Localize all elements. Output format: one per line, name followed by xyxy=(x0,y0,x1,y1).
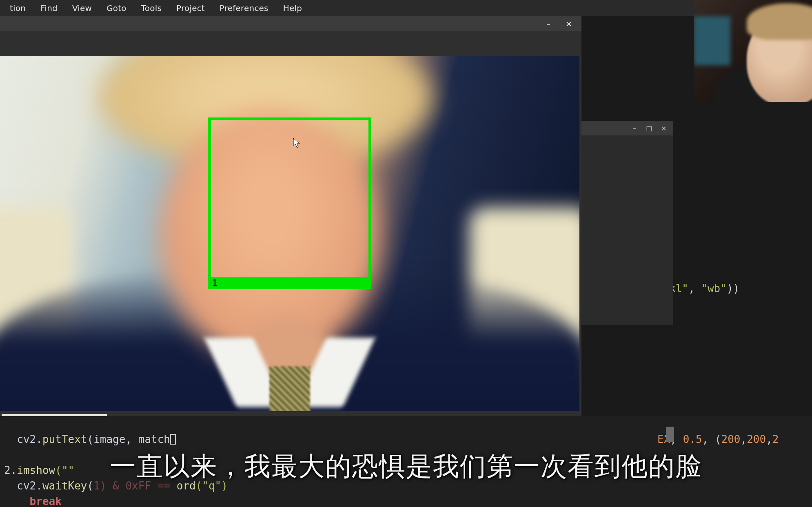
detection-label: 1 xyxy=(208,277,371,289)
code-right-snippet: kl", "wb")) xyxy=(669,281,739,296)
photo-tie xyxy=(269,366,310,411)
code-line-3: cv2.waitKey(1) & 0xFF == ord("q") xyxy=(4,480,228,492)
close-icon[interactable]: × xyxy=(564,19,573,28)
maximize-icon[interactable]: □ xyxy=(646,124,653,132)
menu-item[interactable]: tion xyxy=(2,2,33,15)
menu-item-view[interactable]: View xyxy=(65,2,99,15)
minimize-icon[interactable]: – xyxy=(631,124,638,132)
text-cursor xyxy=(170,434,176,445)
menu-item-goto[interactable]: Goto xyxy=(99,2,134,15)
close-icon[interactable]: × xyxy=(660,124,668,132)
code-line-4: break xyxy=(4,495,62,507)
menu-item-tools[interactable]: Tools xyxy=(134,2,169,15)
imshow-titlebar[interactable]: – × xyxy=(0,16,581,31)
minimize-icon[interactable]: – xyxy=(544,19,553,28)
imshow-window: – × 1 (122) ~ R:136 G:95 B:104 xyxy=(0,16,581,425)
menu-item-project[interactable]: Project xyxy=(169,2,212,15)
detection-box: 1 xyxy=(208,117,371,289)
menu-item-help[interactable]: Help xyxy=(276,2,309,15)
menu-item-preferences[interactable]: Preferences xyxy=(212,2,276,15)
code-line-2: 2.imshow("" xyxy=(4,464,74,476)
code-editor[interactable]: cv2.putText(image, matchEX, 0.5, (200,20… xyxy=(0,416,812,507)
webcam-bg xyxy=(694,16,730,65)
imshow-canvas: 1 xyxy=(0,56,579,411)
code-line-1: cv2.putText(image, matchEX, 0.5, (200,20… xyxy=(4,433,779,445)
webcam-person-hair xyxy=(747,3,812,40)
menu-item-find[interactable]: Find xyxy=(33,2,65,15)
scrollbar-thumb[interactable] xyxy=(666,427,674,442)
code-line-blank xyxy=(4,449,11,461)
menu-bar: tion Find View Goto Tools Project Prefer… xyxy=(0,0,812,16)
webcam-overlay xyxy=(694,0,812,102)
